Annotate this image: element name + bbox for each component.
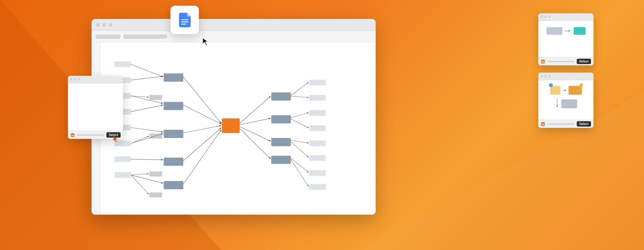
svg-rect-18	[271, 92, 291, 101]
right-bottom-select-button[interactable]: Select	[577, 121, 591, 127]
svg-rect-17	[222, 118, 240, 133]
main-browser-window	[92, 19, 376, 215]
rt-gray-node	[546, 27, 562, 35]
left-window-titlebar	[68, 76, 123, 83]
rb-traffic-light-2	[545, 75, 547, 77]
svg-line-53	[291, 113, 308, 118]
svg-line-43	[183, 105, 221, 124]
left-traffic-light-2	[74, 78, 76, 80]
svg-line-30	[131, 64, 163, 77]
svg-line-52	[291, 96, 308, 98]
svg-rect-20	[271, 138, 291, 146]
left-small-window: Select	[68, 76, 123, 139]
left-footer-line	[77, 134, 104, 136]
nulab-logo-rt	[541, 59, 545, 64]
svg-line-40	[131, 174, 149, 175]
svg-rect-21	[271, 156, 291, 164]
window-titlebar	[92, 19, 376, 31]
svg-rect-29	[309, 184, 326, 190]
rb-traffic-light-1	[541, 75, 543, 77]
svg-line-54	[291, 119, 308, 128]
svg-line-56	[291, 142, 308, 157]
rb-footer-line	[547, 123, 575, 125]
svg-rect-11	[164, 158, 183, 166]
right-bottom-window: i ! Select	[538, 73, 593, 128]
svg-marker-65	[569, 30, 570, 32]
cursor-main	[202, 37, 210, 46]
svg-line-41	[131, 175, 149, 194]
svg-line-39	[131, 136, 149, 143]
left-traffic-light-3	[78, 78, 80, 80]
svg-rect-6	[115, 156, 131, 162]
svg-line-49	[240, 127, 271, 141]
rb-yellow-node	[550, 86, 560, 95]
svg-rect-7	[115, 172, 131, 178]
svg-line-45	[183, 128, 221, 161]
right-top-window: Select	[538, 13, 593, 65]
right-bottom-content: i !	[538, 80, 593, 120]
svg-line-51	[291, 82, 308, 96]
left-window-content	[68, 83, 123, 131]
gdocs-logo	[176, 11, 194, 29]
nulab-logo-rb	[541, 122, 545, 126]
rt-arrow	[565, 29, 571, 33]
gdocs-icon	[170, 6, 199, 34]
right-top-select-button[interactable]: Select	[577, 59, 591, 64]
rb-orange-node	[569, 86, 582, 95]
cursor-left	[113, 136, 119, 143]
svg-rect-10	[164, 130, 183, 138]
traffic-light-yellow	[102, 23, 106, 27]
right-bottom-titlebar	[538, 73, 593, 80]
rb-traffic-light-3	[548, 75, 551, 77]
svg-rect-23	[309, 95, 326, 101]
svg-rect-19	[271, 115, 291, 123]
svg-rect-26	[309, 140, 326, 146]
toolbar-pill-1	[95, 34, 121, 39]
rb-gray-node	[561, 99, 577, 108]
right-top-footer: Select	[538, 57, 593, 65]
diagram-canvas	[100, 42, 376, 215]
nulab-logo-left	[70, 133, 75, 137]
svg-line-46	[183, 130, 221, 184]
svg-line-33	[131, 105, 163, 112]
rt-traffic-light-3	[548, 16, 551, 18]
rb-arrow1	[562, 89, 567, 92]
svg-line-31	[131, 76, 163, 80]
svg-rect-15	[149, 171, 162, 176]
rb-down-arrow	[555, 99, 559, 109]
rt-traffic-light-2	[545, 16, 547, 18]
svg-line-58	[291, 159, 308, 186]
svg-rect-25	[309, 125, 326, 131]
svg-line-36	[131, 159, 163, 160]
svg-rect-28	[309, 170, 326, 176]
diagram-svg	[100, 42, 376, 215]
svg-rect-16	[149, 192, 162, 197]
rb-info-icon: i	[549, 83, 553, 87]
svg-line-50	[240, 128, 271, 159]
traffic-light-red	[96, 23, 100, 27]
svg-rect-24	[309, 110, 326, 116]
svg-line-44	[183, 126, 221, 133]
svg-rect-13	[149, 95, 162, 100]
svg-rect-22	[309, 80, 326, 86]
svg-line-42	[183, 77, 221, 123]
svg-line-57	[291, 158, 308, 172]
svg-rect-8	[164, 74, 183, 82]
svg-rect-9	[164, 102, 183, 110]
toolbar-pill-2	[123, 34, 167, 39]
window-toolbar	[92, 31, 376, 42]
rt-teal-node	[574, 27, 586, 35]
svg-rect-0	[115, 62, 131, 67]
window-content	[92, 42, 376, 215]
svg-rect-12	[164, 181, 183, 189]
svg-rect-62	[181, 23, 186, 24]
right-top-content	[538, 21, 593, 57]
bg-decoration-2	[360, 92, 644, 250]
svg-rect-61	[181, 21, 188, 22]
left-traffic-light-1	[70, 78, 73, 80]
rt-footer-line	[547, 61, 575, 62]
svg-marker-70	[556, 105, 558, 107]
svg-line-55	[291, 140, 308, 143]
right-bottom-footer: Select	[538, 120, 593, 128]
svg-line-34	[131, 128, 163, 132]
